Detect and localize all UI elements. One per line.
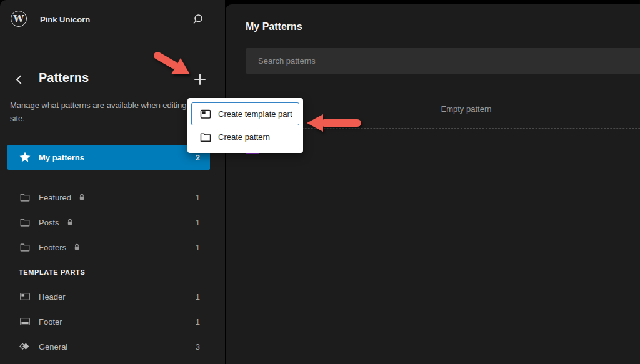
patterns-nav: My patterns 2 Featured 1 Posts 1: [8, 145, 210, 359]
item-count: 1: [196, 292, 200, 302]
lock-icon: [78, 193, 86, 202]
wordpress-logo-icon[interactable]: W: [11, 11, 27, 27]
add-new-dropdown-menu: Create template part Create pattern: [188, 98, 303, 153]
back-chevron-icon[interactable]: [11, 71, 28, 87]
sidebar-description: Manage what patterns are available when …: [10, 99, 201, 125]
sidebar-item-label: General: [39, 342, 68, 352]
search-icon[interactable]: [190, 11, 206, 27]
sidebar-item-label: Header: [39, 292, 66, 302]
item-count: 1: [196, 317, 200, 327]
item-count: 3: [196, 342, 200, 352]
empty-pattern-card[interactable]: Empty pattern: [246, 89, 640, 129]
menu-item-create-template-part[interactable]: Create template part: [191, 102, 299, 125]
symbol-icon: [19, 340, 31, 353]
sidebar-title: Patterns: [39, 71, 89, 85]
page-title: My Patterns: [246, 21, 302, 32]
sidebar-item-label: Footer: [39, 317, 62, 327]
sidebar-item-footers[interactable]: Footers 1: [8, 235, 210, 260]
template-parts-heading: TEMPLATE PARTS: [8, 260, 210, 284]
folder-icon: [199, 130, 212, 144]
sidebar-item-header[interactable]: Header 1: [8, 284, 210, 309]
lock-icon: [72, 243, 81, 252]
template-part-icon: [199, 107, 212, 121]
item-count: 2: [196, 153, 200, 162]
nav-spacer: [8, 170, 210, 185]
folder-icon: [19, 191, 31, 204]
patterns-sidebar: W Pink Unicorn Patterns Manage what patt…: [0, 0, 225, 364]
sidebar-item-my-patterns[interactable]: My patterns 2: [8, 145, 210, 170]
sidebar-item-label: My patterns: [39, 153, 84, 162]
folder-icon: [19, 241, 31, 253]
sidebar-item-label: Footers: [39, 243, 66, 252]
sidebar-item-general[interactable]: General 3: [8, 334, 210, 359]
footer-template-part-icon: [19, 315, 31, 328]
menu-item-label: Create pattern: [218, 132, 270, 142]
item-count: 1: [196, 243, 200, 252]
sidebar-item-featured[interactable]: Featured 1: [8, 185, 210, 210]
patterns-main-panel: My Patterns Empty pattern: [226, 4, 640, 364]
search-patterns-input[interactable]: [246, 48, 640, 74]
menu-item-label: Create template part: [218, 109, 292, 119]
site-hub: W Pink Unicorn: [0, 0, 225, 37]
item-count: 1: [196, 218, 200, 227]
menu-item-create-pattern[interactable]: Create pattern: [191, 125, 299, 149]
sidebar-item-label: Posts: [39, 218, 59, 227]
empty-pattern-label: Empty pattern: [441, 104, 492, 114]
sidebar-item-footer[interactable]: Footer 1: [8, 309, 210, 334]
site-name: Pink Unicorn: [40, 15, 90, 24]
item-count: 1: [196, 193, 200, 202]
star-icon: [19, 151, 31, 164]
lock-icon: [66, 218, 74, 227]
sidebar-item-label: Featured: [39, 193, 71, 202]
add-new-pattern-button[interactable]: [191, 71, 209, 88]
header-template-part-icon: [19, 290, 31, 303]
sidebar-item-posts[interactable]: Posts 1: [8, 210, 210, 235]
folder-icon: [19, 216, 31, 229]
